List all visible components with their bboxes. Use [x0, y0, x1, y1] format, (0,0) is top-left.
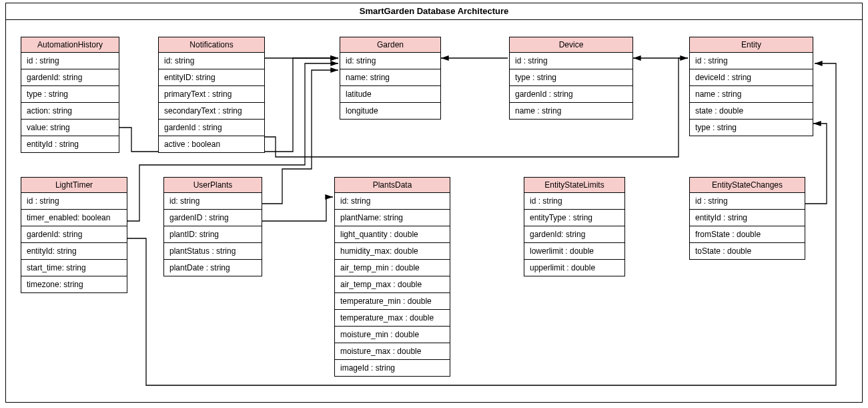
entity-field: id : string — [510, 53, 632, 69]
entity-field: gardenId: string — [21, 69, 119, 86]
entity-field: secondaryText : string — [159, 103, 264, 120]
entity-field: latitude — [340, 86, 440, 103]
entity-userPlants: UserPlantsid: stringgardenID : stringpla… — [163, 177, 262, 276]
entity-notifications: Notificationsid: stringentityID: stringp… — [158, 37, 265, 153]
entity-field: timer_enabled: boolean — [21, 210, 127, 226]
entity-field: id : string — [21, 53, 119, 69]
entity-field: entityId : string — [21, 136, 119, 152]
entity-field: entityID: string — [159, 69, 264, 86]
entity-header: EntityStateChanges — [690, 178, 805, 193]
entity-field: air_temp_max : double — [335, 276, 450, 293]
entity-field: plantDate : string — [164, 260, 262, 276]
entity-field: id: string — [340, 53, 440, 69]
entity-field: id : string — [690, 53, 813, 69]
entity-field: value: string — [21, 120, 119, 136]
diagram-frame: SmartGarden Database Architecture — [5, 3, 863, 403]
entity-entityStateLimits: EntityStateLimitsid : stringentityType :… — [524, 177, 625, 276]
entity-field: light_quantity : double — [335, 226, 450, 243]
entity-field: id: string — [164, 193, 262, 210]
entity-field: active : boolean — [159, 136, 264, 152]
entity-lightTimer: LightTimerid : stringtimer_enabled: bool… — [21, 177, 127, 293]
entity-field: gardenID : string — [164, 210, 262, 226]
entity-header: PlantsData — [335, 178, 450, 193]
entity-entityStateChanges: EntityStateChangesid : stringentityId : … — [689, 177, 805, 260]
entity-field: temperature_min : double — [335, 293, 450, 310]
entity-field: name: string — [340, 69, 440, 86]
entity-header: Garden — [340, 37, 440, 53]
entity-header: Entity — [690, 37, 813, 53]
entity-field: imageId : string — [335, 360, 450, 376]
entity-device: Deviceid : stringtype : stringgardenId :… — [509, 37, 633, 120]
entity-field: gardenId: string — [524, 226, 624, 243]
entity-field: state : double — [690, 103, 813, 120]
entity-field: gardenId : string — [159, 120, 264, 136]
entity-field: id: string — [159, 53, 264, 69]
entity-field: lowerlimit : double — [524, 243, 624, 260]
entity-field: type : string — [510, 69, 632, 86]
entity-field: entityType : string — [524, 210, 624, 226]
entity-plantsData: PlantsDataid: stringplantName: stringlig… — [334, 177, 450, 377]
entity-field: gardenId: string — [21, 226, 127, 243]
entity-entity: Entityid : stringdeviceId : stringname :… — [689, 37, 813, 136]
entity-field: plantStatus : string — [164, 243, 262, 260]
entity-field: gardenId : string — [510, 86, 632, 103]
diagram-title: SmartGarden Database Architecture — [6, 3, 862, 20]
entity-field: toState : double — [690, 243, 805, 259]
entity-header: UserPlants — [164, 178, 262, 193]
entity-field: action: string — [21, 103, 119, 120]
entity-field: name : string — [690, 86, 813, 103]
entity-field: id : string — [524, 193, 624, 210]
entity-header: LightTimer — [21, 178, 127, 193]
entity-field: id : string — [690, 193, 805, 210]
entity-field: start_time: string — [21, 260, 127, 276]
entity-field: type : string — [690, 120, 813, 136]
entity-automationHistory: AutomationHistoryid : stringgardenId: st… — [21, 37, 119, 153]
entity-field: type : string — [21, 86, 119, 103]
entity-field: deviceId : string — [690, 69, 813, 86]
entity-field: humidity_max: double — [335, 243, 450, 260]
entity-field: id: string — [335, 193, 450, 210]
entity-field: entityId : string — [690, 210, 805, 226]
entity-header: Notifications — [159, 37, 264, 53]
entity-field: plantName: string — [335, 210, 450, 226]
entity-header: Device — [510, 37, 632, 53]
entity-field: fromState : double — [690, 226, 805, 243]
entity-field: moisture_max : double — [335, 343, 450, 360]
entity-header: AutomationHistory — [21, 37, 119, 53]
entity-field: longitude — [340, 103, 440, 119]
entity-field: plantID: string — [164, 226, 262, 243]
entity-field: air_temp_min : double — [335, 260, 450, 276]
entity-field: timezone: string — [21, 276, 127, 292]
entity-header: EntityStateLimits — [524, 178, 624, 193]
entity-field: primaryText : string — [159, 86, 264, 103]
entity-field: entityId: string — [21, 243, 127, 260]
entity-field: temperature_max : double — [335, 310, 450, 327]
entity-field: moisture_min : double — [335, 327, 450, 343]
diagram-root: SmartGarden Database Architecture — [0, 0, 868, 408]
entity-garden: Gardenid: stringname: stringlatitudelong… — [340, 37, 441, 120]
entity-field: upperlimit : double — [524, 260, 624, 276]
entity-field: name : string — [510, 103, 632, 119]
entity-field: id : string — [21, 193, 127, 210]
